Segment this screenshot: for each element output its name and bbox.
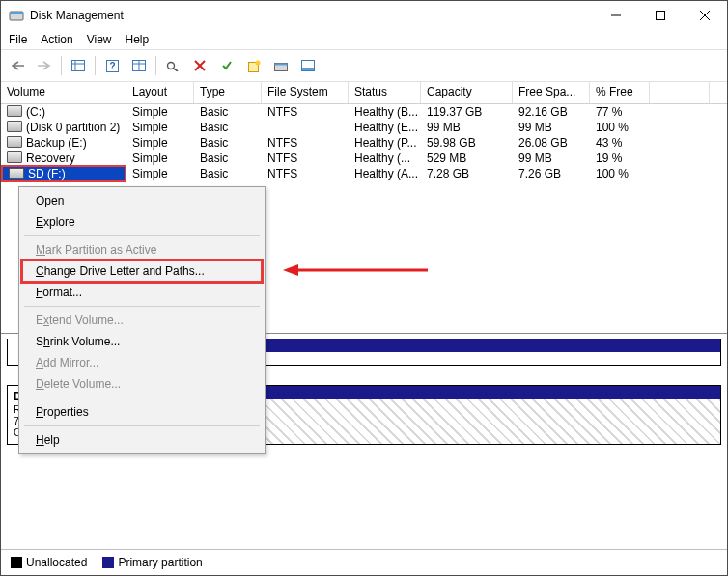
svg-rect-21 — [275, 63, 288, 65]
app-icon — [9, 8, 24, 23]
cell: 7.28 GB — [421, 167, 513, 180]
ctx-format[interactable]: Format... — [22, 282, 262, 303]
ctx-delete-volume: Delete Volume... — [22, 373, 262, 395]
titlebar: Disk Management — [1, 1, 727, 30]
svg-text:?: ? — [109, 61, 115, 71]
cell: 100 % — [590, 121, 650, 134]
forward-button[interactable] — [32, 53, 57, 78]
cell: Healthy (A... — [349, 167, 421, 180]
ctx-change-letter[interactable]: Change Drive Letter and Paths... — [22, 261, 262, 282]
volume-row[interactable]: (C:)SimpleBasicNTFSHealthy (B...119.37 G… — [1, 104, 727, 120]
volume-row[interactable]: RecoverySimpleBasicNTFSHealthy (...529 M… — [1, 151, 727, 166]
cell: Basic — [194, 151, 262, 165]
back-button[interactable] — [5, 53, 30, 78]
cell: Healthy (B... — [349, 105, 421, 119]
context-menu: Open Explore Mark Partition as Active Ch… — [18, 186, 266, 454]
drive-icon — [7, 105, 22, 117]
ctx-add-mirror: Add Mirror... — [22, 352, 262, 373]
svg-rect-3 — [657, 12, 665, 20]
col-filesystem[interactable]: File System — [262, 82, 349, 103]
ctx-explore[interactable]: Explore — [22, 211, 262, 233]
drive-icon — [9, 168, 24, 179]
svg-rect-6 — [72, 61, 85, 71]
maximize-button[interactable] — [638, 1, 683, 30]
cell: 99 MB — [513, 121, 590, 134]
cell: Basic — [194, 105, 262, 119]
cell: Healthy (... — [349, 151, 421, 165]
ctx-shrink[interactable]: Shrink Volume... — [22, 331, 262, 352]
menu-file[interactable]: File — [9, 33, 27, 46]
cell: 119.37 GB — [421, 105, 513, 119]
svg-rect-23 — [302, 68, 314, 70]
menu-help[interactable]: Help — [126, 33, 150, 46]
cell: 7.26 GB — [513, 167, 590, 180]
legend: Unallocated Primary partition — [1, 549, 727, 575]
apply-button[interactable] — [214, 53, 239, 78]
window-title: Disk Management — [30, 9, 594, 22]
svg-point-19 — [255, 60, 260, 65]
cell: Basic — [194, 121, 262, 134]
cell: Simple — [126, 136, 194, 150]
svg-point-14 — [168, 63, 175, 69]
cell: NTFS — [262, 105, 349, 119]
legend-primary: Primary partition — [102, 556, 202, 569]
cell: 529 MB — [421, 151, 513, 165]
menu-action[interactable]: Action — [41, 33, 72, 46]
toolbar: ? — [1, 49, 727, 82]
cell: Simple — [126, 151, 194, 165]
disk-button[interactable] — [295, 53, 321, 78]
col-volume[interactable]: Volume — [1, 82, 126, 103]
volume-row[interactable]: Backup (E:)SimpleBasicNTFSHealthy (P...5… — [1, 135, 727, 151]
cell: Healthy (E... — [349, 121, 421, 134]
cell: Healthy (P... — [349, 136, 421, 150]
svg-line-15 — [174, 69, 178, 71]
disk-management-window: Disk Management File Action View Help ? … — [0, 0, 728, 576]
cell: NTFS — [262, 167, 349, 180]
column-headers: Volume Layout Type File System Status Ca… — [1, 82, 727, 104]
delete-button[interactable] — [187, 53, 212, 78]
view-list-button[interactable] — [66, 53, 91, 78]
drive-icon — [7, 121, 22, 132]
ctx-help[interactable]: Help — [22, 429, 262, 451]
cell: 19 % — [590, 151, 650, 165]
ctx-properties[interactable]: Properties — [22, 401, 262, 423]
menu-view[interactable]: View — [87, 33, 112, 46]
col-spare[interactable] — [650, 82, 710, 103]
ctx-open[interactable]: Open — [22, 190, 262, 211]
volume-row[interactable]: (Disk 0 partition 2)SimpleBasicHealthy (… — [1, 120, 727, 135]
volume-rows: (C:)SimpleBasicNTFSHealthy (B...119.37 G… — [1, 104, 727, 181]
close-button[interactable] — [683, 1, 727, 30]
cell: Backup (E:) — [1, 136, 126, 150]
new-task-button[interactable] — [241, 53, 266, 78]
help-button[interactable]: ? — [99, 53, 125, 78]
drive-button[interactable] — [268, 53, 294, 78]
col-pctfree[interactable]: % Free — [590, 82, 650, 103]
col-freespace[interactable]: Free Spa... — [513, 82, 590, 103]
col-type[interactable]: Type — [194, 82, 262, 103]
minimize-button[interactable] — [594, 1, 638, 30]
cell: NTFS — [262, 136, 349, 150]
cell: 99 MB — [513, 151, 590, 165]
cell: SD (F:) — [1, 165, 126, 182]
legend-unallocated: Unallocated — [11, 556, 87, 569]
col-capacity[interactable]: Capacity — [421, 82, 513, 103]
cell: (Disk 0 partition 2) — [1, 121, 126, 134]
window-controls — [594, 1, 727, 30]
menubar: File Action View Help — [1, 30, 727, 49]
ctx-mark-active: Mark Partition as Active — [22, 239, 262, 261]
cell: 100 % — [590, 167, 650, 180]
drive-icon — [7, 136, 22, 148]
cell: 43 % — [590, 136, 650, 150]
volume-row[interactable]: SD (F:)SimpleBasicNTFSHealthy (A...7.28 … — [1, 166, 727, 181]
col-layout[interactable]: Layout — [126, 82, 194, 103]
cell: Recovery — [1, 151, 126, 165]
show-hide-button[interactable] — [126, 53, 152, 78]
cell: 77 % — [590, 105, 650, 119]
refresh-button[interactable] — [160, 53, 185, 78]
cell: 92.16 GB — [513, 105, 590, 119]
cell: (C:) — [1, 105, 126, 119]
col-status[interactable]: Status — [349, 82, 421, 103]
ctx-extend: Extend Volume... — [22, 310, 262, 331]
cell: Basic — [194, 136, 262, 150]
cell: 26.08 GB — [513, 136, 590, 150]
